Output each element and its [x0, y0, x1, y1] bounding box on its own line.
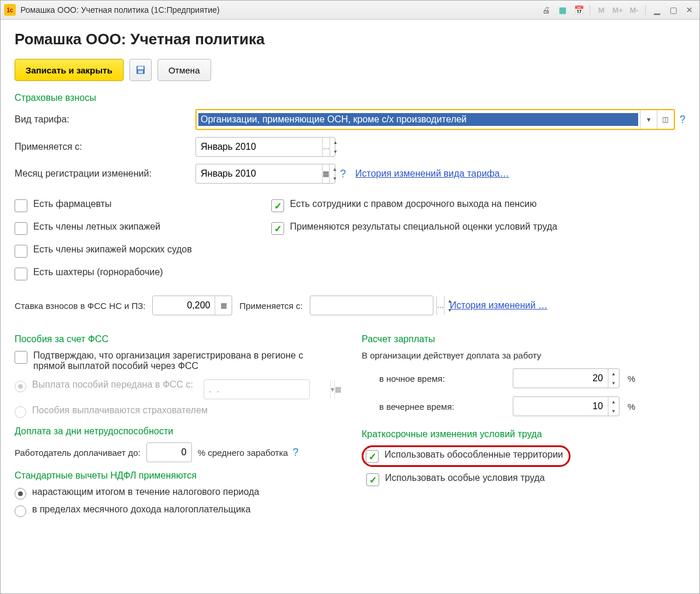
- spin-up-icon[interactable]: ▲: [608, 369, 619, 378]
- calendar-picker-icon: ▦: [334, 380, 341, 399]
- fss-confirm-label: Подтверждаю, что организация зарегистрир…: [33, 350, 337, 371]
- rate-fss-input[interactable]: ▦: [152, 296, 232, 315]
- miners-checkbox[interactable]: [15, 268, 27, 280]
- separator: [590, 5, 590, 15]
- fss-transfer-radio: [15, 381, 26, 392]
- svg-rect-1: [138, 66, 144, 69]
- spin-down-icon[interactable]: ▼: [330, 147, 341, 156]
- tariff-value: Организации, применяющие ОСН, кроме с/х …: [198, 113, 638, 126]
- night-label: в ночное время:: [379, 374, 505, 384]
- m-button[interactable]: M: [595, 3, 608, 16]
- employer-pays-label: Работодатель доплачивает до:: [15, 448, 141, 458]
- pct-label2: %: [628, 402, 685, 412]
- window-title: Ромашка ООО: Учетная политика (1С:Предпр…: [20, 5, 540, 15]
- fss-transfer-label: Выплата пособий передана в ФСС с:: [32, 379, 193, 390]
- open-icon[interactable]: ◫: [657, 110, 674, 129]
- section-shortterm: Краткосрочные изменения условий труда: [362, 429, 685, 440]
- help-icon[interactable]: ?: [293, 447, 299, 459]
- early-pension-checkbox[interactable]: [271, 199, 284, 212]
- ellipsis-icon[interactable]: …: [436, 296, 444, 315]
- evening-field[interactable]: [513, 397, 608, 416]
- floppy-icon: [136, 65, 145, 75]
- cancel-button[interactable]: Отмена: [158, 59, 211, 81]
- section-salary: Расчет зарплаты: [362, 334, 685, 345]
- ndfl-cumulative-label: нарастающим итогом в течение налогового …: [32, 487, 260, 497]
- applies-from2-input[interactable]: … ▲▼: [310, 296, 433, 315]
- spin-up-icon[interactable]: ▲: [330, 164, 340, 174]
- print-icon[interactable]: 🖨: [540, 3, 552, 16]
- spin-up-icon[interactable]: ▲: [330, 138, 341, 147]
- conditions-checkbox[interactable]: [366, 473, 379, 486]
- title-bar: 1c Ромашка ООО: Учетная политика (1С:Пре…: [1, 1, 699, 20]
- spin-up-icon[interactable]: ▲: [608, 397, 619, 406]
- flight-label: Есть члены летных экипажей: [33, 222, 160, 232]
- page-title: Ромашка ООО: Учетная политика: [15, 30, 685, 48]
- spec-eval-checkbox[interactable]: [271, 222, 284, 235]
- org-pays-text: В организации действует доплата за работ…: [362, 350, 685, 360]
- history-link[interactable]: История изменений …: [450, 300, 548, 311]
- ndfl-cumulative-radio[interactable]: [15, 488, 26, 500]
- maximize-icon[interactable]: ▢: [667, 3, 680, 16]
- dropdown-icon[interactable]: ▾: [640, 110, 657, 129]
- save-button[interactable]: [130, 59, 152, 81]
- sea-checkbox[interactable]: [15, 245, 27, 258]
- applies-from-input[interactable]: … ▲▼: [195, 137, 335, 157]
- spin-down-icon[interactable]: ▼: [330, 174, 340, 183]
- evening-label: в вечернее время:: [379, 402, 505, 412]
- spin-down-icon[interactable]: ▼: [608, 406, 619, 416]
- pct-label: %: [628, 374, 685, 384]
- save-close-button[interactable]: Записать и закрыть: [15, 59, 124, 81]
- evening-input[interactable]: ▲▼: [513, 396, 620, 416]
- pharm-label: Есть фармацевты: [33, 199, 111, 209]
- territories-checkbox[interactable]: [366, 450, 379, 463]
- calc-icon[interactable]: ▦: [215, 296, 232, 315]
- m-minus-button[interactable]: M-: [628, 3, 640, 16]
- tariff-label: Вид тарифа:: [15, 114, 195, 125]
- reg-month-label: Месяц регистрации изменений:: [15, 168, 195, 179]
- calendar-picker-icon[interactable]: ▦: [322, 164, 329, 183]
- night-input[interactable]: ▲▼: [513, 368, 620, 388]
- calculator-icon[interactable]: ▦: [556, 3, 569, 16]
- tariff-select[interactable]: Организации, применяющие ОСН, кроме с/х …: [195, 109, 675, 130]
- help-icon[interactable]: ?: [340, 168, 346, 180]
- reg-month-field[interactable]: [196, 164, 322, 183]
- section-ndfl: Стандартные вычеты НДФЛ применяются: [15, 470, 338, 481]
- applies-from-field[interactable]: [196, 138, 322, 156]
- applies-from-label: Применяется с:: [15, 142, 195, 152]
- spec-eval-label: Применяются результаты специальной оценк…: [290, 222, 557, 232]
- tariff-history-link[interactable]: История изменений вида тарифа…: [355, 168, 509, 179]
- fss-date-input: ▾ ▦: [204, 379, 310, 399]
- action-toolbar: Записать и закрыть Отмена: [15, 59, 685, 81]
- rate-fss-field[interactable]: [153, 296, 215, 315]
- calendar-icon[interactable]: 📅: [572, 3, 585, 16]
- separator: [645, 5, 646, 15]
- ndfl-monthly-radio[interactable]: [15, 505, 26, 517]
- rate-fss-label: Ставка взносов в ФСС НС и ПЗ:: [15, 301, 145, 311]
- highlighted-option: Использовать обособленные территории: [362, 445, 570, 467]
- flight-checkbox[interactable]: [15, 222, 27, 235]
- spin-down-icon[interactable]: ▼: [608, 378, 619, 388]
- fss-insurer-label: Пособия выплачиваются страхователем: [32, 405, 208, 416]
- reg-month-input[interactable]: ▦ ▲▼: [195, 164, 335, 184]
- night-field[interactable]: [513, 369, 608, 388]
- miners-label: Есть шахтеры (горнорабочие): [33, 267, 163, 277]
- app-window: 1c Ромашка ООО: Учетная политика (1С:Пре…: [0, 0, 700, 594]
- early-pension-label: Есть сотрудники с правом досрочного выхо…: [290, 199, 537, 209]
- app-logo-icon: 1c: [4, 4, 16, 16]
- conditions-label: Использовать особые условия труда: [385, 473, 545, 483]
- sea-label: Есть члены экипажей морских судов: [33, 244, 192, 255]
- dropdown-icon: ▾: [330, 380, 334, 399]
- employer-pays-field[interactable]: [147, 443, 191, 462]
- minimize-icon[interactable]: ▁: [650, 3, 663, 16]
- m-plus-button[interactable]: M+: [611, 3, 624, 16]
- fss-confirm-checkbox[interactable]: [15, 351, 27, 364]
- help-icon[interactable]: ?: [680, 114, 685, 126]
- employer-pays-input[interactable]: [146, 442, 192, 462]
- applies-from2-field[interactable]: [310, 296, 436, 315]
- close-icon[interactable]: ✕: [683, 3, 696, 16]
- svg-rect-2: [138, 71, 143, 73]
- section-insurance: Страховые взносы: [15, 93, 685, 103]
- pharm-checkbox[interactable]: [15, 199, 27, 212]
- ellipsis-icon[interactable]: …: [322, 138, 330, 156]
- ndfl-monthly-label: в пределах месячного дохода налогоплател…: [32, 504, 251, 515]
